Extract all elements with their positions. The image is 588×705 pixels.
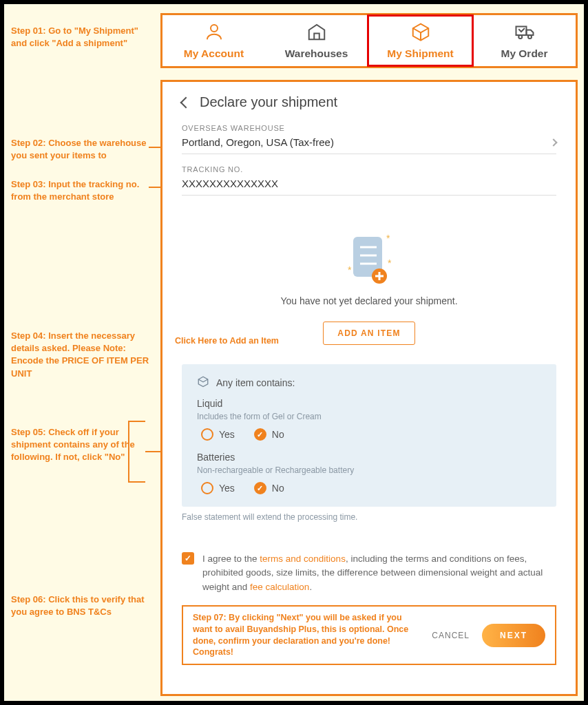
batteries-sub: Non-rechargeable or Rechargeable battery bbox=[197, 465, 541, 475]
tab-label: Warehouses bbox=[285, 48, 348, 60]
agree-checkbox[interactable] bbox=[182, 552, 194, 565]
tab-label: My Account bbox=[184, 48, 244, 60]
svg-point-0 bbox=[211, 25, 218, 32]
tab-my-order[interactable]: My Order bbox=[473, 15, 576, 66]
cancel-button[interactable]: CANCEL bbox=[432, 631, 470, 640]
fee-link[interactable]: fee calculation bbox=[250, 582, 309, 592]
warehouse-field[interactable]: OVERSEAS WAREHOUSE Portland, Oregon, USA… bbox=[182, 124, 556, 154]
declare-shipment-panel: Declare your shipment OVERSEAS WAREHOUSE… bbox=[160, 80, 578, 696]
batteries-no-radio[interactable]: No bbox=[254, 482, 284, 494]
add-an-item-button[interactable]: ADD AN ITEM bbox=[323, 322, 414, 345]
step-05: Step 05: Check off if your shipment cont… bbox=[11, 426, 152, 464]
batteries-label: Batteries bbox=[197, 452, 541, 463]
page-title: Declare your shipment bbox=[200, 94, 337, 110]
tracking-label: TRACKING NO. bbox=[182, 165, 556, 173]
step-06: Step 06: Click this to verify that you a… bbox=[11, 593, 152, 618]
box-icon bbox=[197, 375, 209, 390]
footer-row: Step 07: By clicking "Next" you will be … bbox=[182, 605, 556, 666]
warehouse-icon bbox=[306, 21, 327, 45]
step-07: Step 07: By clicking "Next" you will be … bbox=[193, 612, 419, 659]
box-icon bbox=[410, 21, 431, 45]
svg-text:*: * bbox=[386, 233, 390, 244]
next-button[interactable]: NEXT bbox=[482, 624, 545, 647]
warehouse-value: Portland, Oregon, USA (Tax-free) bbox=[182, 136, 334, 148]
tab-warehouses[interactable]: Warehouses bbox=[265, 15, 368, 66]
agree-text: I agree to the terms and conditions, inc… bbox=[202, 552, 556, 594]
truck-icon bbox=[514, 21, 535, 45]
svg-text:*: * bbox=[348, 264, 352, 275]
step-02: Step 02: Choose the warehouse you sent y… bbox=[11, 137, 152, 162]
step-01: Step 01: Go to "My Shipment" and click "… bbox=[11, 25, 152, 50]
tab-my-account[interactable]: My Account bbox=[162, 15, 265, 66]
liquid-no-radio[interactable]: No bbox=[254, 428, 284, 441]
svg-point-2 bbox=[518, 35, 522, 39]
tracking-value: XXXXXXXXXXXXXX bbox=[182, 178, 278, 189]
false-statement-note: False statement will extend the processi… bbox=[182, 512, 556, 522]
svg-point-3 bbox=[528, 35, 532, 39]
liquid-yes-radio[interactable]: Yes bbox=[201, 428, 235, 441]
tracking-field[interactable]: TRACKING NO. XXXXXXXXXXXXXX bbox=[182, 165, 556, 196]
svg-text:*: * bbox=[388, 257, 392, 269]
tabs-bar: My Account Warehouses My Shipment My Ord… bbox=[160, 13, 578, 68]
terms-link[interactable]: terms and conditions bbox=[260, 554, 346, 564]
tab-label: My Order bbox=[501, 48, 547, 60]
contains-header-text: Any item contains: bbox=[216, 377, 295, 388]
tab-my-shipment[interactable]: My Shipment bbox=[367, 14, 474, 67]
bracket-step5 bbox=[128, 421, 145, 483]
liquid-sub: Includes the form of Gel or Cream bbox=[197, 412, 541, 421]
batteries-yes-radio[interactable]: Yes bbox=[201, 482, 235, 494]
step-03: Step 03: Input the tracking no. from the… bbox=[11, 178, 152, 203]
liquid-label: Liquid bbox=[197, 398, 541, 409]
chevron-right-icon bbox=[549, 138, 557, 146]
empty-shipment-illustration: * * * bbox=[182, 233, 556, 288]
user-icon bbox=[204, 21, 224, 45]
agree-terms-row: I agree to the terms and conditions, inc… bbox=[182, 552, 556, 594]
item-contains-panel: Any item contains: Liquid Includes the f… bbox=[182, 364, 556, 507]
tab-label: My Shipment bbox=[387, 48, 453, 60]
empty-shipment-message: You have not yet declared your shipment. bbox=[182, 295, 556, 306]
step-04: Step 04: Insert the necessary details as… bbox=[11, 330, 152, 380]
warehouse-label: OVERSEAS WAREHOUSE bbox=[182, 124, 556, 132]
chevron-left-icon[interactable] bbox=[180, 96, 192, 108]
